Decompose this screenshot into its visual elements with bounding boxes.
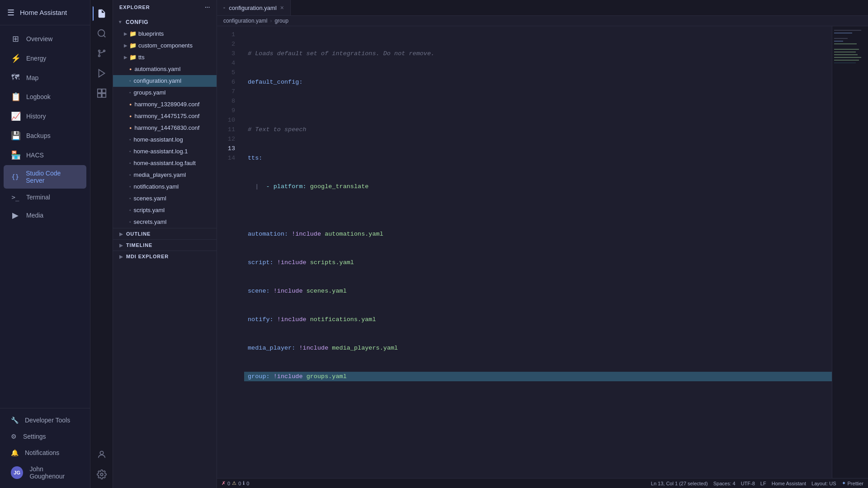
- status-layout[interactable]: Layout: US: [811, 481, 836, 486]
- tree-item-harmony-14476830[interactable]: ● harmony_14476830.conf: [113, 122, 217, 134]
- code-line-13: group: !include groups.yaml: [244, 372, 832, 381]
- activity-run-btn[interactable]: [93, 64, 111, 82]
- editor-area: ◦ configuration.yaml × configuration.yam…: [217, 0, 868, 488]
- sidebar-item-backups[interactable]: 💾 Backups: [4, 126, 86, 145]
- activity-settings-btn[interactable]: [93, 465, 111, 483]
- activity-source-control-btn[interactable]: [93, 44, 111, 62]
- code-line-9: script: !include scripts.yaml: [244, 258, 832, 267]
- svg-point-10: [100, 451, 103, 455]
- sidebar-item-energy[interactable]: ⚡ Energy: [4, 49, 86, 68]
- code-line-8: automation: !include automations.yaml: [244, 229, 832, 239]
- sidebar-item-label: Energy: [26, 55, 46, 62]
- folder-chevron: ▶: [122, 41, 129, 51]
- folder-label: blueprints: [138, 29, 164, 39]
- sidebar-item-overview[interactable]: ⊞ Overview: [4, 29, 86, 48]
- tree-item-media-players-yaml[interactable]: ◦ media_players.yaml: [113, 169, 217, 181]
- code-line-12: media_player: !include media_players.yam…: [244, 343, 832, 353]
- code-line-10: scene: !include scenes.yaml: [244, 286, 832, 296]
- tab-bar: ◦ configuration.yaml ×: [217, 0, 868, 16]
- menu-icon[interactable]: ☰: [7, 8, 14, 18]
- code-line-4: # Text to speech: [244, 125, 832, 134]
- svg-line-1: [104, 35, 105, 37]
- tree-item-harmony-13289049[interactable]: ● harmony_13289049.conf: [113, 99, 217, 110]
- activity-search-btn[interactable]: [93, 24, 111, 43]
- sidebar-item-hacs[interactable]: 🏪 HACS: [4, 146, 86, 165]
- code-content[interactable]: # Loads default set of integrations. Do …: [241, 26, 832, 478]
- file-icon: ◦: [129, 135, 131, 145]
- sidebar-item-map[interactable]: 🗺 Map: [4, 68, 86, 87]
- sidebar-item-notifications[interactable]: 🔔 Notifications: [4, 445, 86, 461]
- file-icon: ◦: [129, 205, 131, 215]
- map-icon: 🗺: [11, 73, 20, 82]
- timeline-header[interactable]: ▶ TIMELINE: [113, 240, 217, 251]
- mdi-chevron: ▶: [119, 254, 123, 259]
- svg-rect-13: [834, 33, 852, 33]
- sidebar-item-logbook[interactable]: 📋 Logbook: [4, 87, 86, 106]
- tree-item-home-assistant-log-1[interactable]: ◦ home-assistant.log.1: [113, 146, 217, 157]
- terminal-icon: >_: [11, 194, 20, 201]
- sidebar-item-developer-tools[interactable]: 🔧 Developer Tools: [4, 412, 86, 428]
- tree-item-home-assistant-log-fault[interactable]: ◦ home-assistant.log.fault: [113, 157, 217, 169]
- file-label: secrets.yaml: [134, 217, 167, 227]
- file-icon: ◦: [129, 158, 131, 168]
- file-label: home-assistant.log: [134, 135, 183, 145]
- explorer-more-btn[interactable]: ···: [205, 5, 210, 10]
- file-label: media_players.yaml: [134, 170, 186, 180]
- sidebar-item-settings[interactable]: ⚙ Settings: [4, 428, 86, 445]
- prettier-icon: ✦: [842, 480, 846, 486]
- sidebar-item-media[interactable]: ▶ Media: [4, 206, 86, 225]
- status-line-ending[interactable]: LF: [760, 481, 766, 486]
- file-icon: ◦: [129, 194, 131, 204]
- activity-extensions-btn[interactable]: [93, 84, 111, 102]
- status-position[interactable]: Ln 13, Col 1 (27 selected): [651, 481, 708, 486]
- tree-item-scripts-yaml[interactable]: ◦ scripts.yaml: [113, 204, 217, 216]
- editor-tab-configuration-yaml[interactable]: ◦ configuration.yaml ×: [217, 0, 291, 15]
- status-spaces[interactable]: Spaces: 4: [713, 481, 736, 486]
- outline-header[interactable]: ▶ OUTLINE: [113, 228, 217, 239]
- sidebar-item-label: Overview: [26, 35, 52, 43]
- line-ending-text: LF: [760, 481, 766, 486]
- explorer-title: EXPLORER: [119, 5, 150, 10]
- svg-point-0: [98, 30, 104, 37]
- tree-item-groups-yaml[interactable]: ◦ groups.yaml: [113, 87, 217, 99]
- tree-item-harmony-14475175[interactable]: ● harmony_14475175.conf: [113, 110, 217, 122]
- outline-chevron: ▶: [119, 232, 123, 237]
- backups-icon: 💾: [11, 131, 20, 141]
- config-root-folder[interactable]: ▼ CONFIG: [113, 16, 217, 28]
- tree-item-home-assistant-log[interactable]: ◦ home-assistant.log: [113, 134, 217, 146]
- settings-icon: ⚙: [11, 433, 17, 440]
- code-editor[interactable]: 1 2 3 4 5 6 7 8 9 10 11 12 13 14 # Loads…: [217, 26, 868, 478]
- status-home-assistant[interactable]: Home Assistant: [772, 481, 806, 486]
- tree-item-scenes-yaml[interactable]: ◦ scenes.yaml: [113, 193, 217, 204]
- code-line-6: | - platform: google_translate: [244, 182, 832, 191]
- sidebar-item-history[interactable]: 📈 History: [4, 107, 86, 126]
- sidebar-item-label: Studio Code Server: [26, 170, 79, 184]
- file-label: home-assistant.log.fault: [134, 158, 196, 168]
- status-error-item[interactable]: ✗ 0 ⚠ 0 ℹ 0: [222, 480, 249, 486]
- activity-account-btn[interactable]: [93, 445, 111, 464]
- activity-explorer-btn[interactable]: [93, 5, 111, 23]
- tree-item-configuration-yaml[interactable]: ◦ configuration.yaml: [113, 75, 217, 87]
- tree-item-notifications-yaml[interactable]: ◦ notifications.yaml: [113, 181, 217, 193]
- file-label: scripts.yaml: [134, 205, 165, 215]
- sidebar-item-terminal[interactable]: >_ Terminal: [4, 189, 86, 205]
- tree-item-tts[interactable]: ▶ 📁 tts: [113, 52, 217, 63]
- folder-label: tts: [138, 52, 145, 62]
- svg-rect-9: [102, 94, 105, 97]
- file-icon: ◦: [129, 88, 131, 98]
- file-icon: ◦: [129, 147, 131, 156]
- status-prettier[interactable]: ✦ Prettier: [842, 480, 863, 486]
- user-profile[interactable]: JG John Goughenour: [4, 461, 86, 484]
- tab-close-btn[interactable]: ×: [280, 4, 284, 11]
- tree-item-custom-components[interactable]: ▶ 📁 custom_components: [113, 40, 217, 52]
- svg-rect-15: [834, 41, 843, 42]
- sidebar-item-label: Backups: [26, 132, 51, 139]
- tree-item-automations-yaml[interactable]: ● automations.yaml: [113, 63, 217, 75]
- svg-point-2: [98, 50, 100, 52]
- status-encoding[interactable]: UTF-8: [741, 481, 755, 486]
- tree-item-blueprints[interactable]: ▶ 📁 blueprints: [113, 28, 217, 40]
- code-line-5: tts:: [244, 153, 832, 163]
- mdi-header[interactable]: ▶ MDI EXPLORER: [113, 251, 217, 262]
- sidebar-item-studio-code-server[interactable]: {} Studio Code Server: [4, 165, 86, 189]
- tree-item-secrets-yaml[interactable]: ◦ secrets.yaml: [113, 216, 217, 228]
